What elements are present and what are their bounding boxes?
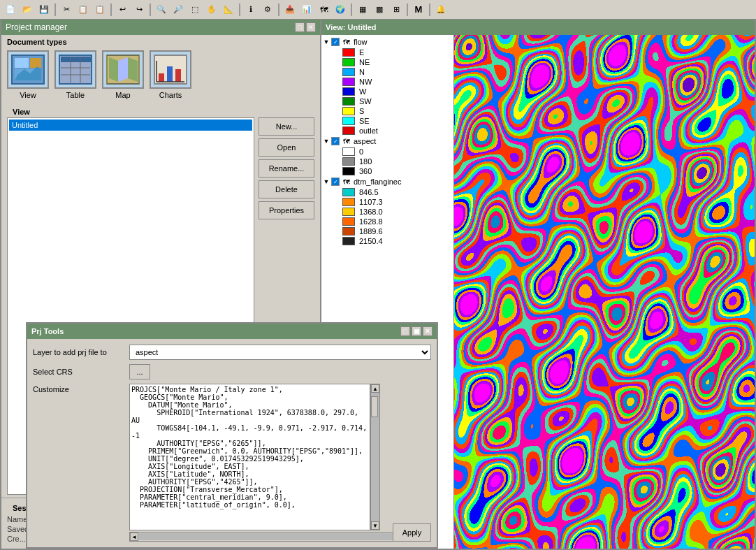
crs-browse-btn[interactable]: ...	[129, 364, 150, 379]
dtm-1107-label: 1107.3	[359, 198, 383, 206]
toolbar-redo[interactable]: ↪	[131, 2, 147, 17]
toolbar-settings[interactable]: ⚙	[260, 2, 275, 17]
view-list-item-untitled[interactable]: Untitled	[9, 120, 252, 131]
svg-marker-13	[118, 57, 128, 82]
dtm-layer-item[interactable]: ▼ ✓ 🗺 dtm_flanginec	[321, 176, 453, 187]
toolbar-grid[interactable]: ▦	[355, 2, 370, 17]
doc-type-map-icon	[102, 50, 144, 89]
toolbar-globe[interactable]: 🌍	[333, 2, 348, 17]
prj-tools-content: Layer to add prj file to aspect flow dtm…	[27, 339, 437, 547]
dtm-1368-label: 1368.0	[359, 208, 383, 216]
map-titlebar: View: Untitled	[321, 20, 755, 35]
toolbar-pan[interactable]: ✋	[204, 2, 219, 17]
flow-sw-swatch	[342, 97, 355, 106]
flow-item-sw: SW	[321, 96, 453, 106]
toolbar-select[interactable]: ⬚	[187, 2, 203, 17]
doc-type-charts[interactable]: Charts	[150, 50, 191, 99]
svg-rect-6	[61, 57, 92, 62]
maximize-btn[interactable]: □	[295, 22, 305, 32]
svg-rect-20	[175, 69, 181, 82]
dtm-1889-label: 1889.6	[359, 227, 383, 236]
layer-select[interactable]: aspect flow dtm_flanginec	[129, 345, 431, 360]
flow-item-nw: NW	[321, 77, 453, 87]
toolbar-open[interactable]: 📂	[20, 2, 35, 17]
doc-type-table-icon	[54, 50, 96, 89]
aspect-checkbox[interactable]: ✓	[331, 137, 340, 145]
flow-n-swatch	[342, 68, 355, 76]
dtm-expand-icon[interactable]: ▼	[323, 178, 330, 185]
map-title: View: Untitled	[326, 23, 377, 31]
doc-type-view-icon	[7, 50, 49, 89]
prj-tools-title: Prj Tools	[31, 327, 64, 335]
rename-button[interactable]: Rename...	[259, 159, 314, 178]
doc-types-label: Document types	[1, 35, 320, 48]
dtm-checkbox[interactable]: ✓	[331, 178, 340, 186]
toolbar-measure[interactable]: 📐	[221, 2, 236, 17]
prj-tools-titlebar: Prj Tools □ ▣ ✕	[27, 324, 437, 339]
delete-button[interactable]: Delete	[259, 180, 314, 198]
toolbar-undo[interactable]: ↩	[115, 2, 130, 17]
toolbar-save[interactable]: 💾	[36, 2, 52, 17]
open-button[interactable]: Open	[259, 138, 314, 157]
doc-types-container: View Table	[1, 48, 320, 102]
sep6	[351, 3, 352, 16]
flow-ne-label: NE	[359, 58, 370, 66]
sep1	[54, 3, 56, 16]
map-render-canvas	[454, 35, 755, 549]
toolbar-paste[interactable]: 📋	[92, 2, 108, 17]
toolbar-copy[interactable]: 📋	[75, 2, 91, 17]
toolbar-zoom-in[interactable]: 🔍	[154, 2, 169, 17]
flow-layer-item[interactable]: ▼ ✓ 🗺 flow	[321, 36, 453, 48]
toolbar-grid2[interactable]: ▩	[372, 2, 387, 17]
toolbar-new[interactable]: 📄	[3, 2, 18, 17]
scrollbar-thumb[interactable]	[371, 396, 378, 417]
crs-textarea[interactable]	[129, 384, 370, 530]
h-scroll-left[interactable]: ◄	[130, 533, 138, 541]
svg-marker-14	[128, 57, 138, 82]
dtm-2150-label: 2150.4	[359, 237, 383, 245]
apply-button[interactable]: Apply	[393, 523, 431, 542]
toolbar-zoom-out[interactable]: 🔎	[170, 2, 186, 17]
crs-row: Select CRS ...	[33, 364, 431, 379]
toolbar-chart[interactable]: 📊	[299, 2, 314, 17]
aspect-item-360: 360	[321, 166, 453, 176]
toolbar-map[interactable]: 🗺	[316, 2, 331, 17]
flow-layer-icon: 🗺	[341, 37, 352, 47]
sep2	[110, 3, 112, 16]
doc-type-charts-icon	[150, 50, 191, 89]
scrollbar-up-btn[interactable]: ▲	[371, 384, 379, 393]
toolbar-grid3[interactable]: ⊞	[388, 2, 404, 17]
dtm-layer-icon: 🗺	[341, 177, 352, 187]
layer-row: Layer to add prj file to aspect flow dtm…	[33, 345, 431, 360]
flow-checkbox[interactable]: ✓	[331, 38, 340, 46]
aspect-0-swatch	[342, 147, 355, 156]
scrollbar-down-btn[interactable]: ▼	[371, 521, 379, 530]
prj-tools-maximize[interactable]: □	[400, 326, 410, 336]
flow-w-label: W	[359, 87, 366, 96]
textarea-container: ▲ ▼	[129, 384, 431, 530]
doc-type-view-label: View	[20, 91, 36, 99]
toolbar-text-m[interactable]: M	[411, 2, 426, 17]
prj-tools-close[interactable]: ✕	[423, 326, 432, 336]
svg-rect-2	[30, 58, 41, 68]
dtm-1368-swatch	[342, 208, 355, 216]
toolbar-import[interactable]: 📥	[282, 2, 298, 17]
aspect-expand-icon[interactable]: ▼	[323, 138, 330, 145]
doc-type-table[interactable]: Table	[54, 50, 96, 99]
svg-rect-1	[15, 58, 29, 68]
toolbar-bell[interactable]: 🔔	[433, 2, 449, 17]
toolbar-info[interactable]: ℹ	[243, 2, 259, 17]
toolbar-cut[interactable]: ✂	[59, 2, 74, 17]
close-btn[interactable]: ✕	[306, 22, 316, 32]
textarea-scrollbar: ▲ ▼	[370, 384, 380, 530]
aspect-360-label: 360	[359, 167, 372, 175]
flow-n-label: N	[359, 68, 365, 76]
properties-button[interactable]: Properties	[259, 201, 314, 219]
prj-tools-restore[interactable]: ▣	[412, 326, 421, 336]
doc-type-map[interactable]: Map	[102, 50, 144, 99]
new-button[interactable]: New...	[259, 117, 314, 136]
doc-type-view[interactable]: View	[7, 50, 49, 99]
aspect-layer-item[interactable]: ▼ ✓ 🗺 aspect	[321, 136, 453, 147]
sep3	[150, 3, 151, 16]
flow-expand-icon[interactable]: ▼	[323, 38, 330, 45]
